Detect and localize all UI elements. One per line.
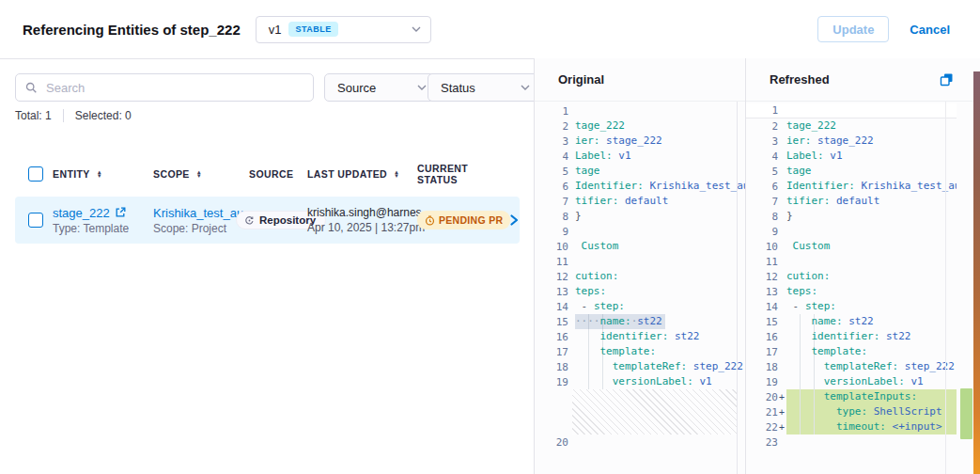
status-badge: PENDING PR — [417, 211, 510, 229]
status-filter-label: Status — [441, 81, 475, 95]
original-pane-title: Original — [535, 58, 745, 102]
code-text: Identifier: Krishika_test_aut — [786, 179, 957, 194]
update-button[interactable]: Update — [817, 16, 889, 42]
code-text: template: — [786, 344, 957, 359]
line-number: 22 — [746, 421, 778, 434]
code-line: 20 — [535, 434, 745, 450]
line-number: 15 — [535, 316, 568, 328]
line-number: 16 — [535, 331, 568, 343]
version-select[interactable]: v1 STABLE — [256, 16, 431, 43]
scope-cell: Krishika_test_au... Scope: Project — [153, 206, 236, 235]
line-number: 10 — [746, 241, 778, 253]
status-filter-select[interactable]: Status — [428, 73, 540, 102]
line-number: 19 — [746, 376, 778, 388]
code-text — [786, 224, 957, 239]
line-number: 2 — [746, 120, 778, 133]
copy-button[interactable] — [940, 72, 954, 87]
entity-type: Type: Template — [53, 222, 153, 235]
expand-row-button[interactable] — [505, 213, 523, 227]
totals-divider — [63, 109, 64, 122]
entity-link[interactable]: stage_222 — [53, 206, 110, 220]
sort-icon[interactable]: ▲▼ — [394, 170, 399, 178]
column-entity[interactable]: ENTITY ▲▼ — [53, 168, 153, 180]
external-link-icon[interactable] — [115, 207, 126, 218]
row-checkbox[interactable] — [28, 213, 43, 228]
refreshed-code-editor[interactable]: 12tage_2223ier: stage_2224Label: v15tage… — [746, 102, 957, 450]
line-number: 13 — [535, 286, 568, 298]
code-text — [786, 434, 957, 450]
status-cell: PENDING PR — [417, 211, 505, 229]
code-text: tifier: default — [786, 194, 957, 209]
code-text — [575, 254, 745, 269]
code-text: versionLabel: v1 — [575, 374, 745, 389]
code-line: 12cution: — [535, 269, 745, 284]
code-text: - step: — [786, 299, 957, 314]
referencing-entities-panel: Source Status Total: 1 Selected: 0 ENTIT… — [0, 59, 534, 474]
code-text: Label: v1 — [786, 149, 957, 164]
original-pane: Original 12tage_2223ier: stage_2224Label… — [535, 58, 745, 474]
line-number: 20 — [535, 436, 568, 449]
code-text: Custom — [575, 239, 745, 254]
code-text: template: — [575, 344, 745, 359]
search-icon — [25, 82, 38, 94]
code-line: 3ier: stage_222 — [535, 134, 745, 149]
code-line: 9 — [535, 224, 745, 239]
code-line: 22+ timeout: <+input> — [746, 419, 957, 434]
search-box[interactable] — [15, 73, 314, 102]
code-line: 9 — [746, 224, 957, 239]
original-code-editor[interactable]: 12tage_2223ier: stage_2224Label: v15tage… — [535, 102, 745, 450]
line-number: 6 — [746, 181, 778, 193]
code-line: 11 — [535, 254, 745, 269]
line-number: 8 — [535, 211, 568, 223]
column-current-status: CURRENT STATUS — [417, 163, 505, 185]
diff-marker: + — [778, 407, 786, 418]
line-number: 12 — [535, 271, 568, 283]
sort-icon[interactable]: ▲▼ — [196, 170, 202, 178]
diff-placeholder-hatch — [572, 389, 737, 434]
yaml-diff-panel: Original 12tage_2223ier: stage_2224Label… — [534, 58, 980, 474]
editor-content-edge — [945, 102, 946, 474]
code-text: Custom — [786, 239, 957, 254]
code-text — [575, 103, 745, 118]
diff-marker: + — [778, 392, 786, 403]
line-number: 7 — [535, 196, 568, 208]
select-all-checkbox[interactable] — [28, 166, 43, 182]
line-number: 14 — [535, 301, 568, 313]
code-text: timeout: <+input> — [786, 419, 957, 434]
code-line: 17 template: — [746, 344, 957, 359]
scope-sub: Scope: Project — [153, 222, 236, 235]
code-line: 8} — [746, 209, 957, 224]
line-number: 18 — [746, 361, 778, 373]
code-line: 6Identifier: Krishika_test_aut — [746, 179, 957, 194]
code-line: 15····name:·st22 — [535, 314, 745, 329]
line-number: 20 — [746, 391, 778, 403]
code-text: name: st22 — [786, 314, 957, 329]
code-line: 18 templateRef: step_222 — [535, 359, 745, 374]
code-line: 4Label: v1 — [535, 149, 745, 164]
diff-marker: + — [778, 422, 786, 433]
refreshed-pane: Refreshed 12tage_2223ier: stage_2224Labe… — [745, 58, 980, 474]
version-value: v1 — [269, 23, 282, 37]
column-scope[interactable]: SCOPE ▲▼ — [153, 168, 236, 180]
source-filter-select[interactable]: Source — [324, 73, 437, 102]
sort-icon[interactable]: ▲▼ — [97, 170, 102, 178]
code-text: identifier: st22 — [575, 329, 745, 344]
code-text: templateRef: step_222 — [575, 359, 745, 374]
top-header: Referencing Entities of step_222 v1 STAB… — [0, 0, 980, 58]
table-header: ENTITY ▲▼ SCOPE ▲▼ SOURCE LAST UPDATED ▲… — [28, 163, 520, 185]
line-number: 10 — [535, 241, 568, 253]
column-last-updated[interactable]: LAST UPDATED ▲▼ — [307, 168, 417, 180]
cancel-button[interactable]: Cancel — [904, 22, 956, 38]
code-line: 2tage_222 — [535, 118, 745, 134]
search-input[interactable] — [44, 80, 313, 96]
entity-cell: stage_222 Type: Template — [53, 206, 153, 235]
code-text: templateRef: step_222 — [786, 359, 957, 374]
code-text: } — [786, 209, 957, 224]
last-updated-cell: krishika.singh@harnes... Apr 10, 2025 | … — [307, 206, 417, 234]
table-row[interactable]: stage_222 Type: Template Krishika_test_a… — [15, 197, 520, 244]
code-text: templateInputs: — [786, 389, 957, 404]
code-line: 19 versionLabel: v1 — [746, 374, 957, 389]
line-number: 15 — [746, 316, 778, 328]
code-text: cution: — [786, 269, 957, 284]
chevron-down-icon — [521, 85, 530, 90]
